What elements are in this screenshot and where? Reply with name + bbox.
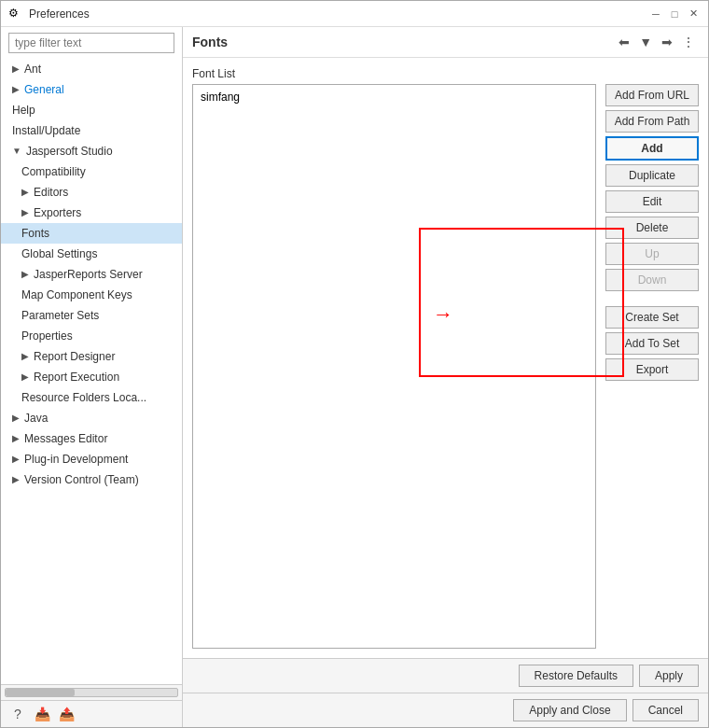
arrow-icon: ▶ [12, 451, 20, 468]
tree: ▶ Ant ▶ General Help Install/Update ▼ Ja… [1, 59, 182, 684]
add-button[interactable]: Add [605, 136, 699, 161]
tree-item-install-update[interactable]: Install/Update [1, 120, 182, 141]
tree-item-label: Messages Editor [24, 430, 107, 447]
arrow-icon: ▶ [12, 61, 20, 77]
tree-item-compatibility[interactable]: Compatibility [1, 161, 182, 182]
tree-item-label: Install/Update [12, 122, 80, 139]
right-header: Fonts ⬅ ▼ ➡ ⋮ [183, 27, 708, 58]
minimize-button[interactable]: ─ [648, 7, 663, 21]
export-container: Export → [605, 358, 699, 381]
export-icon[interactable]: 📤 [57, 705, 76, 723]
arrow-icon: ▶ [21, 348, 29, 365]
tree-item-help[interactable]: Help [1, 100, 182, 120]
tree-item-resource-folders[interactable]: Resource Folders Loca... [1, 387, 182, 408]
action-buttons: Add From URL Add From Path Add Duplicate… [605, 84, 699, 649]
tree-item-jasperreports-server[interactable]: ▶ JasperReports Server [1, 264, 182, 285]
tree-item-label: Resource Folders Loca... [21, 389, 146, 406]
tree-item-java[interactable]: ▶ Java [1, 408, 182, 428]
dropdown-button[interactable]: ▼ [635, 33, 656, 51]
arrow-icon: ▶ [21, 184, 29, 201]
tree-item-label: Report Designer [34, 348, 115, 365]
back-button[interactable]: ⬅ [615, 33, 633, 51]
font-list-box[interactable]: simfang [192, 84, 596, 649]
tree-item-label: Properties [21, 328, 73, 344]
bottom-action-bar: Apply and Close Cancel [183, 693, 708, 727]
tree-item-global-settings[interactable]: Global Settings [1, 244, 182, 264]
tree-item-label: Report Execution [34, 369, 119, 385]
title-bar-left: ⚙ Preferences [8, 7, 90, 21]
tree-item-map-component-keys[interactable]: Map Component Keys [1, 285, 182, 305]
right-toolbar: ⬅ ▼ ➡ ⋮ [615, 33, 699, 51]
font-item-simfang[interactable]: simfang [197, 89, 591, 105]
arrow-icon: ▶ [12, 471, 20, 488]
menu-button[interactable]: ⋮ [678, 33, 699, 51]
tree-item-label: Global Settings [21, 245, 97, 262]
tree-item-label: Jaspersoft Studio [26, 143, 113, 160]
panel-title: Fonts [192, 35, 228, 49]
tree-item-fonts[interactable]: Fonts [1, 223, 182, 244]
filter-input[interactable] [8, 33, 174, 53]
tree-item-label: Help [12, 102, 35, 119]
tree-item-exporters[interactable]: ▶ Exporters [1, 203, 182, 223]
right-content: Font List simfang Add From URL Add From … [183, 58, 708, 658]
tree-item-editors[interactable]: ▶ Editors [1, 182, 182, 203]
add-to-set-button[interactable]: Add To Set [605, 332, 699, 355]
font-list-label: Font List [192, 67, 699, 80]
left-panel: ▶ Ant ▶ General Help Install/Update ▼ Ja… [1, 27, 183, 727]
help-icon[interactable]: ? [8, 705, 27, 723]
add-from-url-button[interactable]: Add From URL [605, 84, 699, 106]
add-from-path-button[interactable]: Add From Path [605, 110, 699, 133]
up-button[interactable]: Up [605, 243, 699, 265]
cancel-button[interactable]: Cancel [633, 699, 699, 721]
tree-item-label: Ant [24, 61, 41, 77]
edit-button[interactable]: Edit [605, 190, 699, 213]
tree-item-ant[interactable]: ▶ Ant [1, 59, 182, 79]
tree-item-label: Parameter Sets [21, 307, 99, 324]
tree-item-label: Version Control (Team) [24, 471, 139, 488]
import-icon[interactable]: 📥 [33, 705, 51, 723]
apply-button[interactable]: Apply [639, 665, 699, 687]
bottom-bar: ? 📥 📤 [1, 700, 182, 727]
right-footer: Restore Defaults Apply [183, 658, 708, 693]
forward-button[interactable]: ➡ [658, 33, 676, 51]
tree-item-report-designer[interactable]: ▶ Report Designer [1, 346, 182, 367]
tree-item-properties[interactable]: Properties [1, 326, 182, 346]
tree-item-report-execution[interactable]: ▶ Report Execution [1, 367, 182, 387]
tree-item-label: Plug-in Development [24, 451, 128, 468]
tree-item-label: General [24, 81, 64, 98]
down-button[interactable]: Down [605, 269, 699, 291]
tree-item-messages-editor[interactable]: ▶ Messages Editor [1, 428, 182, 449]
tree-item-parameter-sets[interactable]: Parameter Sets [1, 305, 182, 326]
tree-item-label: Java [24, 410, 48, 427]
tree-item-version-control[interactable]: ▶ Version Control (Team) [1, 469, 182, 490]
tree-item-general[interactable]: ▶ General [1, 79, 182, 100]
tree-item-label: Fonts [21, 225, 49, 242]
tree-item-jaspersoft-studio[interactable]: ▼ Jaspersoft Studio [1, 141, 182, 161]
title-bar: ⚙ Preferences ─ □ ✕ [1, 1, 708, 27]
maximize-button[interactable]: □ [667, 7, 682, 21]
arrow-icon: ▶ [21, 369, 29, 385]
delete-button[interactable]: Delete [605, 217, 699, 239]
tree-item-label: Exporters [34, 204, 81, 221]
arrow-icon: ▶ [21, 266, 29, 283]
scrollbar-track [5, 688, 178, 697]
close-button[interactable]: ✕ [686, 7, 701, 21]
arrow-icon: ▶ [12, 430, 20, 447]
apply-and-close-button[interactable]: Apply and Close [513, 699, 626, 721]
window-controls: ─ □ ✕ [648, 7, 701, 21]
arrow-icon: ▶ [12, 410, 20, 427]
arrow-icon: ▶ [12, 81, 20, 98]
tree-item-plug-in-development[interactable]: ▶ Plug-in Development [1, 449, 182, 469]
horizontal-scrollbar[interactable] [1, 684, 182, 700]
tree-item-label: JasperReports Server [34, 266, 143, 283]
window-title: Preferences [29, 7, 90, 21]
export-button[interactable]: Export [605, 358, 699, 381]
create-set-button[interactable]: Create Set [605, 306, 699, 329]
scrollbar-thumb [6, 689, 75, 696]
arrow-icon: ▼ [12, 143, 21, 160]
duplicate-button[interactable]: Duplicate [605, 164, 699, 187]
preferences-window: ⚙ Preferences ─ □ ✕ ▶ Ant ▶ General [0, 0, 709, 728]
tree-item-label: Compatibility [21, 163, 86, 180]
tree-item-label: Map Component Keys [21, 287, 132, 303]
restore-defaults-button[interactable]: Restore Defaults [519, 665, 633, 687]
